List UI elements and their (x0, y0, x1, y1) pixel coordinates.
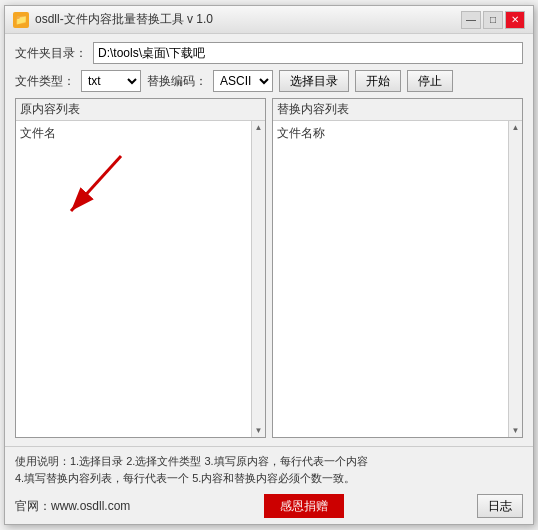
arrow-indicator (56, 151, 136, 234)
feedback-button[interactable]: 感恩捐赠 (264, 494, 344, 518)
left-filename-label: 文件名 (20, 125, 247, 142)
encoding-label: 替换编码： (147, 73, 207, 90)
scroll-up-left[interactable]: ▲ (255, 123, 263, 132)
right-panel-inner: 文件名称 ▲ ▼ (273, 121, 522, 437)
main-window: 📁 osdll-文件内容批量替换工具 v 1.0 — □ ✕ 文件夹目录： 文件… (4, 5, 534, 525)
scroll-down-right[interactable]: ▼ (512, 426, 520, 435)
scroll-up-right[interactable]: ▲ (512, 123, 520, 132)
app-icon: 📁 (13, 12, 29, 28)
title-controls: — □ ✕ (461, 11, 525, 29)
left-panel-header: 原内容列表 (16, 99, 265, 121)
panels-row: 原内容列表 文件名 (15, 98, 523, 438)
folder-row: 文件夹目录： (15, 42, 523, 64)
scroll-down-left[interactable]: ▼ (255, 426, 263, 435)
right-filename-label: 文件名称 (277, 125, 504, 142)
svg-line-1 (71, 156, 121, 211)
window-title: osdll-文件内容批量替换工具 v 1.0 (35, 11, 213, 28)
right-panel-header: 替换内容列表 (273, 99, 522, 121)
close-button[interactable]: ✕ (505, 11, 525, 29)
stop-button[interactable]: 停止 (407, 70, 453, 92)
bottom-row: 官网：www.osdll.com 感恩捐赠 日志 (15, 494, 523, 518)
right-panel-content: 文件名称 (273, 121, 508, 437)
minimize-button[interactable]: — (461, 11, 481, 29)
encoding-select[interactable]: ASCII (213, 70, 273, 92)
right-scrollbar[interactable]: ▲ ▼ (508, 121, 522, 437)
title-bar-left: 📁 osdll-文件内容批量替换工具 v 1.0 (13, 11, 213, 28)
left-scrollbar[interactable]: ▲ ▼ (251, 121, 265, 437)
maximize-button[interactable]: □ (483, 11, 503, 29)
filetype-label: 文件类型： (15, 73, 75, 90)
instruction-line2: 4.填写替换内容列表，每行代表一个 5.内容和替换内容必须个数一致。 (15, 470, 523, 488)
start-button[interactable]: 开始 (355, 70, 401, 92)
log-button[interactable]: 日志 (477, 494, 523, 518)
filetype-select[interactable]: txt (81, 70, 141, 92)
main-content: 文件夹目录： 文件类型： txt 替换编码： ASCII 选择目录 开始 停止 … (5, 34, 533, 446)
website-label: 官网：www.osdll.com (15, 498, 130, 515)
left-panel: 原内容列表 文件名 (15, 98, 266, 438)
options-row: 文件类型： txt 替换编码： ASCII 选择目录 开始 停止 (15, 70, 523, 92)
title-bar: 📁 osdll-文件内容批量替换工具 v 1.0 — □ ✕ (5, 6, 533, 34)
instructions: 使用说明：1.选择目录 2.选择文件类型 3.填写原内容，每行代表一个内容 4.… (15, 453, 523, 488)
folder-input[interactable] (93, 42, 523, 64)
instruction-line1: 使用说明：1.选择目录 2.选择文件类型 3.填写原内容，每行代表一个内容 (15, 453, 523, 471)
left-panel-inner: 文件名 (16, 121, 265, 437)
bottom-bar: 使用说明：1.选择目录 2.选择文件类型 3.填写原内容，每行代表一个内容 4.… (5, 446, 533, 524)
folder-label: 文件夹目录： (15, 45, 87, 62)
right-panel: 替换内容列表 文件名称 ▲ ▼ (272, 98, 523, 438)
select-dir-button[interactable]: 选择目录 (279, 70, 349, 92)
left-panel-content: 文件名 (16, 121, 251, 437)
